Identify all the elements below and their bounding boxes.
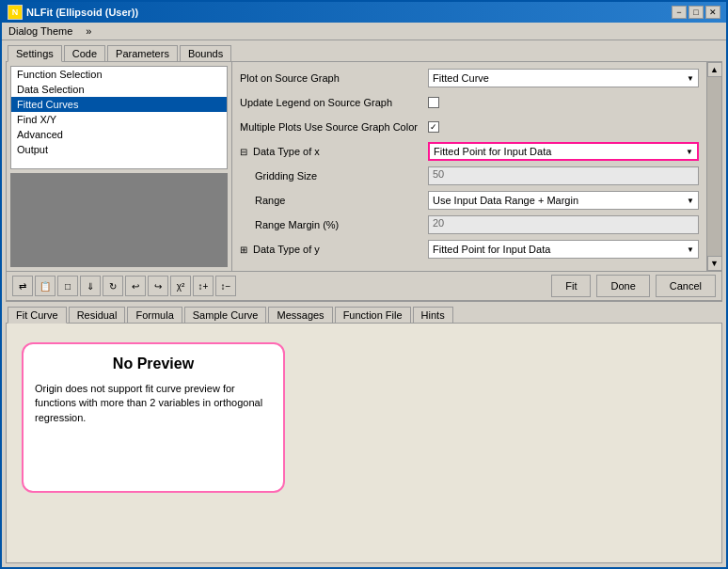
chevron-down-icon-x: ▼ [686, 148, 693, 156]
menu-dialog-theme[interactable]: Dialog Theme [6, 24, 75, 38]
scroll-track[interactable] [707, 77, 722, 256]
dropdown-data-type-y-control[interactable]: Fitted Point for Input Data ▼ [428, 240, 699, 259]
menu-bar: Dialog Theme » [2, 23, 726, 40]
preview-text: Origin does not support fit curve previe… [35, 382, 272, 425]
input-gridding-size[interactable]: 50 [428, 166, 699, 185]
bottom-content: No Preview Origin does not support fit c… [6, 323, 722, 563]
row-multiple-plots: Multiple Plots Use Source Graph Color [240, 117, 699, 137]
row-plot-source-graph: Plot on Source Graph Fitted Curve ▼ [240, 68, 699, 88]
cancel-button[interactable]: Cancel [656, 275, 716, 297]
label-range: Range [240, 195, 428, 206]
maximize-button[interactable]: □ [688, 6, 704, 19]
dropdown-fitted-curve[interactable]: Fitted Curve ▼ [428, 69, 699, 87]
list-item-data-selection[interactable]: Data Selection [11, 82, 227, 97]
expand-icon-x[interactable]: ⊟ [240, 147, 247, 157]
dropdown-plot-source-graph[interactable]: Fitted Curve ▼ [428, 69, 699, 87]
done-button[interactable]: Done [596, 275, 649, 297]
right-scrollbar: ▲ ▼ [706, 62, 721, 271]
tab-sample-curve[interactable]: Sample Curve [184, 307, 267, 324]
list-item-function-selection[interactable]: Function Selection [11, 67, 227, 82]
inner-content: Function Selection Data Selection Fitted… [7, 62, 721, 271]
toolbar-row: ⇄ 📋 □ ⇓ ↻ ↩ ↪ χ² ↕+ ↕− Fit Done Cancel [7, 271, 721, 301]
tab-bounds[interactable]: Bounds [180, 45, 231, 61]
dropdown-range[interactable]: Use Input Data Range + Margin ▼ [428, 191, 699, 210]
tab-settings[interactable]: Settings [8, 45, 62, 62]
tab-function-file[interactable]: Function File [335, 307, 411, 324]
row-gridding-size: Gridding Size 50 [240, 166, 699, 186]
main-content-area: Function Selection Data Selection Fitted… [6, 61, 722, 302]
toolbar-btn-6[interactable]: ↪ [148, 276, 168, 296]
tab-fit-curve[interactable]: Fit Curve [8, 307, 67, 324]
tab-code[interactable]: Code [64, 45, 105, 61]
settings-list: Function Selection Data Selection Fitted… [10, 66, 228, 169]
toolbar-btn-0[interactable]: ⇄ [12, 276, 33, 296]
minimize-button[interactable]: − [672, 6, 687, 19]
label-plot-source-graph: Plot on Source Graph [240, 72, 428, 84]
checkbox-multiple-plots[interactable] [428, 121, 699, 133]
left-panel: Function Selection Data Selection Fitted… [7, 62, 232, 271]
dropdown-data-type-x-control[interactable]: Fitted Point for Input Data ▼ [428, 142, 699, 161]
row-update-legend: Update Legend on Source Graph [240, 92, 699, 113]
toolbar-btn-1[interactable]: 📋 [35, 276, 55, 296]
title-bar-left: N NLFit (Ellipsoid (User)) [8, 5, 138, 20]
tab-hints[interactable]: Hints [413, 307, 453, 324]
preview-box: No Preview Origin does not support fit c… [22, 342, 285, 493]
toolbar-btn-7[interactable]: χ² [170, 276, 191, 296]
list-item-find-xy[interactable]: Find X/Y [11, 112, 227, 127]
toolbar-btn-5[interactable]: ↩ [125, 276, 146, 296]
main-window: N NLFit (Ellipsoid (User)) − □ ✕ Dialog … [0, 0, 728, 569]
tab-formula[interactable]: Formula [127, 307, 182, 324]
range-margin-field[interactable]: 20 [428, 215, 699, 234]
label-range-margin: Range Margin (%) [240, 219, 428, 230]
toolbar-btn-4[interactable]: ↻ [103, 276, 123, 296]
fit-button[interactable]: Fit [551, 275, 591, 297]
checkbox-multiple-plots-icon[interactable] [428, 121, 439, 133]
dropdown-range-control[interactable]: Use Input Data Range + Margin ▼ [428, 191, 699, 210]
toolbar-btn-8[interactable]: ↕+ [193, 276, 214, 296]
dropdown-data-type-y[interactable]: Fitted Point for Input Data ▼ [428, 240, 699, 259]
title-bar-buttons: − □ ✕ [672, 6, 720, 19]
scroll-up-button[interactable]: ▲ [707, 62, 722, 77]
row-data-type-x: ⊟ Data Type of x Fitted Point for Input … [240, 141, 699, 162]
toolbar-btn-2[interactable]: □ [57, 276, 78, 296]
list-item-fitted-curves[interactable]: Fitted Curves [11, 97, 227, 112]
right-panel: Plot on Source Graph Fitted Curve ▼ Upda… [232, 62, 706, 271]
list-item-output[interactable]: Output [11, 142, 227, 157]
tab-parameters[interactable]: Parameters [107, 45, 178, 61]
tab-residual[interactable]: Residual [69, 307, 126, 324]
label-update-legend: Update Legend on Source Graph [240, 97, 428, 108]
top-tabs-row: Settings Code Parameters Bounds [2, 40, 726, 61]
row-range: Range Use Input Data Range + Margin ▼ [240, 190, 699, 211]
checkbox-update-legend[interactable] [428, 97, 699, 108]
label-multiple-plots: Multiple Plots Use Source Graph Color [240, 121, 428, 133]
chevron-down-icon-y: ▼ [687, 245, 694, 254]
chevron-down-icon-range: ▼ [687, 197, 694, 205]
label-data-type-y: ⊞ Data Type of y [240, 244, 428, 255]
preview-title: No Preview [113, 356, 194, 372]
label-gridding-size: Gridding Size [240, 170, 428, 182]
gridding-size-field[interactable]: 50 [428, 166, 699, 185]
chevron-down-icon: ▼ [687, 74, 694, 83]
tab-messages[interactable]: Messages [268, 307, 332, 324]
toolbar-btn-3[interactable]: ⇓ [80, 276, 101, 296]
checkbox-legend-icon[interactable] [428, 97, 439, 108]
preview-gray-area [10, 173, 228, 267]
label-data-type-x: ⊟ Data Type of x [240, 146, 428, 157]
menu-more[interactable]: » [83, 24, 94, 38]
bottom-tabs-row: Fit Curve Residual Formula Sample Curve … [2, 302, 726, 323]
input-range-margin[interactable]: 20 [428, 215, 699, 234]
title-bar: N NLFit (Ellipsoid (User)) − □ ✕ [2, 2, 726, 23]
window-title: NLFit (Ellipsoid (User)) [26, 7, 138, 18]
close-button[interactable]: ✕ [705, 6, 720, 19]
scroll-down-button[interactable]: ▼ [707, 256, 722, 271]
row-data-type-y: ⊞ Data Type of y Fitted Point for Input … [240, 239, 699, 260]
expand-icon-y[interactable]: ⊞ [240, 245, 247, 255]
list-item-advanced[interactable]: Advanced [11, 127, 227, 142]
row-range-margin: Range Margin (%) 20 [240, 214, 699, 235]
app-icon: N [8, 5, 23, 20]
toolbar-btn-9[interactable]: ↕− [215, 276, 236, 296]
dropdown-data-type-x[interactable]: Fitted Point for Input Data ▼ [428, 142, 699, 161]
